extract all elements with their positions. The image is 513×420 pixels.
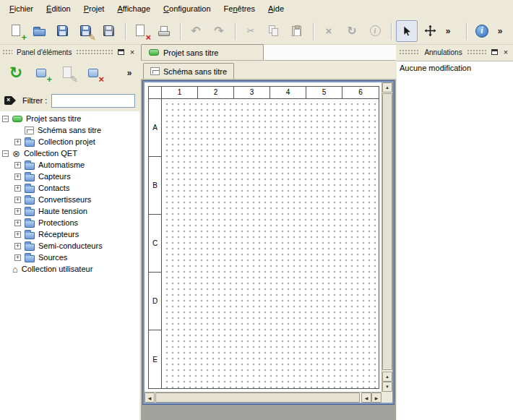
- tree-toggle[interactable]: +: [14, 243, 21, 249]
- tree-toggle[interactable]: +: [14, 139, 21, 145]
- scroll-up-icon[interactable]: ▲: [382, 82, 392, 93]
- column-headers: 123456: [162, 87, 379, 99]
- close-project-button[interactable]: ×: [130, 20, 152, 42]
- undo-panel: Annulations × Aucune modification: [397, 46, 513, 420]
- horizontal-scrollbar[interactable]: ◀ ◀ ▶: [145, 392, 381, 403]
- diagram-grid[interactable]: [162, 99, 379, 388]
- save-all-button[interactable]: [98, 20, 120, 42]
- tree-toggle[interactable]: +: [14, 220, 21, 226]
- open-project-button[interactable]: [29, 20, 51, 42]
- delete-element-button[interactable]: ×: [82, 61, 105, 85]
- element-tree: −Projet sans titreSchéma sans titre+Coll…: [0, 111, 139, 420]
- elements-panel-header: Panel d'éléments ×: [0, 46, 139, 58]
- tree-item[interactable]: +Contacts: [0, 182, 139, 194]
- chevron-right-icon: »: [124, 65, 134, 81]
- menu-item-projet[interactable]: Projet: [77, 1, 111, 16]
- close-file-icon: ×: [133, 23, 149, 39]
- tree-item[interactable]: +Capteurs: [0, 171, 139, 182]
- vertical-scroll-thumb[interactable]: [382, 93, 392, 370]
- tree-toggle[interactable]: −: [2, 116, 9, 122]
- open-file-icon: [32, 23, 48, 39]
- pan-mode-button[interactable]: [419, 20, 441, 42]
- tree-toggle[interactable]: +: [14, 231, 21, 238]
- redo-button[interactable]: ↷: [208, 20, 230, 42]
- tab-schema[interactable]: Schéma sans titre: [143, 63, 234, 79]
- folder-icon: [25, 163, 35, 170]
- scroll-down-icon[interactable]: ▼: [382, 382, 392, 392]
- menu-item-fenetres[interactable]: Fenêtres: [217, 1, 262, 16]
- diagram-paper[interactable]: 123456 ABCDE: [148, 86, 379, 389]
- vertical-scrollbar[interactable]: ▲ ▲ ▼: [381, 82, 392, 392]
- tree-item[interactable]: +Semi-conducteurs: [0, 240, 139, 252]
- tree-toggle[interactable]: +: [14, 173, 21, 180]
- tree-item[interactable]: ⌂Collection utilisateur: [0, 263, 139, 275]
- redo-icon: ↷: [211, 23, 227, 39]
- cut-button[interactable]: ✂: [240, 20, 262, 42]
- tree-toggle[interactable]: +: [14, 208, 21, 215]
- new-project-button[interactable]: +: [6, 20, 27, 42]
- print-button[interactable]: [153, 20, 175, 42]
- panel-overflow-button[interactable]: »: [124, 66, 135, 80]
- toolbar-separator: [235, 22, 236, 40]
- tree-item[interactable]: +Convertisseurs: [0, 194, 139, 205]
- undo-history-list[interactable]: Aucune modification: [397, 61, 513, 420]
- scroll-left-icon[interactable]: ◀: [361, 393, 371, 403]
- reload-collections-button[interactable]: ↻: [4, 61, 27, 85]
- tab-project-label: Projet sans titre: [163, 48, 218, 57]
- copy-button[interactable]: [263, 20, 285, 42]
- menu-item-fichier[interactable]: Fichier: [3, 1, 40, 16]
- tree-item[interactable]: −⊗Collection QET: [0, 147, 139, 159]
- horizontal-scroll-thumb[interactable]: [155, 393, 360, 403]
- tree-item[interactable]: −Projet sans titre: [0, 113, 139, 124]
- tree-item[interactable]: +Automatisme: [0, 159, 139, 171]
- tree-item-label: Automatisme: [38, 160, 85, 169]
- close-panel-button[interactable]: ×: [127, 47, 137, 57]
- undo-button[interactable]: ↶: [185, 20, 207, 42]
- scroll-up-icon[interactable]: ▲: [382, 372, 392, 382]
- close-panel-button[interactable]: ×: [501, 47, 511, 57]
- tab-project[interactable]: Projet sans titre: [141, 44, 264, 60]
- tree-toggle[interactable]: −: [2, 150, 9, 157]
- float-icon: [118, 49, 124, 55]
- conductor-info-button[interactable]: i: [364, 20, 386, 42]
- tree-item[interactable]: +Collection projet: [0, 136, 139, 147]
- project-icon: [12, 116, 22, 122]
- menu-item-aide[interactable]: Aide: [262, 1, 290, 16]
- tree-toggle[interactable]: +: [14, 185, 21, 192]
- filter-input[interactable]: [51, 94, 135, 108]
- tree-item-label: Protections: [38, 218, 78, 227]
- save-as-button[interactable]: ✎: [75, 20, 97, 42]
- menu-item-affichage[interactable]: Affichage: [111, 1, 157, 16]
- paste-button[interactable]: [286, 20, 308, 42]
- menu-item-edition[interactable]: Édition: [40, 1, 77, 16]
- save-icon: [55, 23, 71, 39]
- scroll-left-icon[interactable]: ◀: [145, 393, 155, 403]
- tree-item[interactable]: +Récepteurs: [0, 228, 139, 240]
- tree-toggle[interactable]: +: [14, 197, 21, 203]
- float-icon: [491, 49, 498, 55]
- tree-toggle[interactable]: +: [14, 254, 21, 261]
- delete-selection-button[interactable]: ×: [318, 20, 340, 42]
- menu-item-configuration[interactable]: Configuration: [157, 1, 217, 16]
- rotate-selection-button[interactable]: ↻: [341, 20, 363, 42]
- tree-toggle[interactable]: +: [14, 162, 21, 168]
- toolbar-overflow-button[interactable]: »: [442, 20, 454, 42]
- toolbar-separator: [313, 22, 314, 40]
- scroll-right-icon[interactable]: ▶: [371, 393, 381, 403]
- about-qet-button[interactable]: i: [471, 20, 493, 42]
- edit-element-button[interactable]: ✎: [56, 61, 79, 85]
- float-panel-button[interactable]: [116, 47, 126, 57]
- diagram-canvas[interactable]: 123456 ABCDE: [145, 82, 381, 392]
- tree-item[interactable]: +Protections: [0, 217, 139, 228]
- tree-item[interactable]: +Haute tension: [0, 205, 139, 217]
- toolbar-overflow-2-button[interactable]: »: [494, 20, 506, 42]
- tree-item[interactable]: +Sources: [0, 252, 139, 263]
- float-panel-button[interactable]: [489, 47, 499, 57]
- select-mode-button[interactable]: [396, 20, 418, 42]
- paper-corner: [149, 87, 162, 99]
- save-button[interactable]: [52, 20, 74, 42]
- reload-icon: ↻: [8, 65, 24, 81]
- new-element-button[interactable]: +: [30, 61, 53, 85]
- clear-filter-icon[interactable]: ×: [4, 95, 18, 106]
- tree-item[interactable]: Schéma sans titre: [0, 124, 139, 136]
